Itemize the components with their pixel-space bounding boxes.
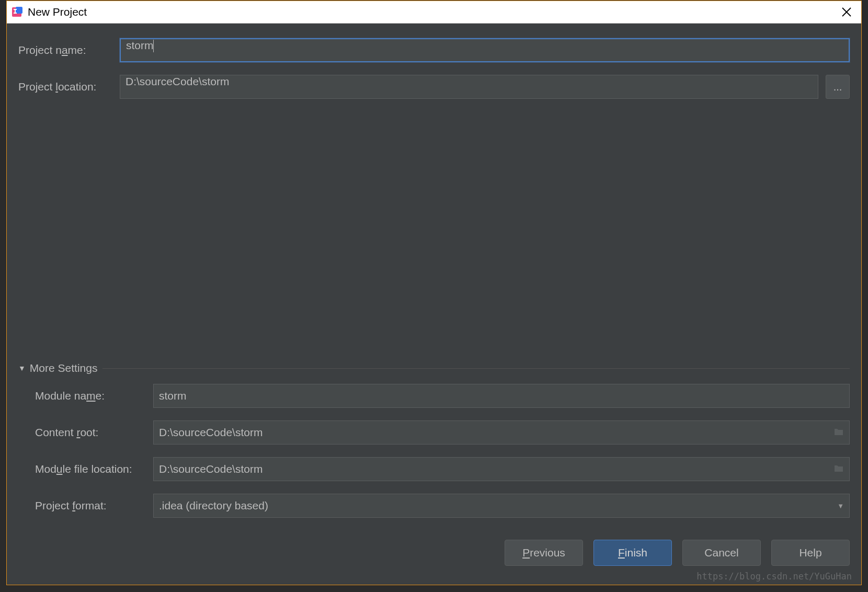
module-file-location-label: Module file location: xyxy=(35,463,153,475)
svg-rect-4 xyxy=(14,13,17,14)
module-name-label: Module name: xyxy=(35,390,153,402)
dialog-title: New Project xyxy=(28,6,835,18)
folder-icon[interactable] xyxy=(833,426,844,439)
chevron-down-icon: ▼ xyxy=(18,364,26,372)
project-location-row: Project location: D:\sourceCode\storm ..… xyxy=(18,75,850,99)
module-file-location-row: Module file location: D:\sourceCode\stor… xyxy=(35,457,850,481)
content-root-input[interactable]: D:\sourceCode\storm xyxy=(153,420,850,445)
intellij-icon xyxy=(10,5,24,19)
folder-icon[interactable] xyxy=(833,463,844,475)
watermark: https://blog.csdn.net/YuGuHan xyxy=(696,571,852,582)
project-name-label: Project name: xyxy=(18,44,120,56)
content-root-row: Content root: D:\sourceCode\storm xyxy=(35,420,850,445)
chevron-down-icon: ▼ xyxy=(837,502,844,510)
project-name-row: Project name: storm xyxy=(18,38,850,62)
project-format-dropdown[interactable]: .idea (directory based) ▼ xyxy=(153,494,850,518)
ellipsis-icon: ... xyxy=(833,81,842,93)
more-settings-body: Module name: storm Content root: D:\sour… xyxy=(18,384,850,530)
project-name-input[interactable]: storm xyxy=(120,38,850,62)
project-format-label: Project format: xyxy=(35,499,153,512)
close-icon xyxy=(841,7,852,17)
separator-line xyxy=(102,368,850,369)
more-settings-toggle[interactable]: ▼ More Settings xyxy=(18,362,850,374)
new-project-dialog: New Project Project name: storm Project … xyxy=(6,1,862,585)
module-file-location-input[interactable]: D:\sourceCode\storm xyxy=(153,457,850,481)
cancel-button[interactable]: Cancel xyxy=(682,540,761,566)
module-name-input[interactable]: storm xyxy=(153,384,850,408)
content-root-label: Content root: xyxy=(35,426,153,439)
browse-location-button[interactable]: ... xyxy=(826,75,850,99)
finish-button[interactable]: Finish xyxy=(593,540,672,566)
project-location-input[interactable]: D:\sourceCode\storm xyxy=(120,75,818,99)
project-format-row: Project format: .idea (directory based) … xyxy=(35,494,850,518)
help-button[interactable]: Help xyxy=(771,540,850,566)
dialog-content: Project name: storm Project location: D:… xyxy=(7,24,861,585)
previous-button[interactable]: Previous xyxy=(505,540,583,566)
project-location-label: Project location: xyxy=(18,81,120,93)
titlebar: New Project xyxy=(7,1,861,24)
module-name-row: Module name: storm xyxy=(35,384,850,408)
more-settings-label: More Settings xyxy=(30,362,98,374)
close-button[interactable] xyxy=(835,2,858,22)
